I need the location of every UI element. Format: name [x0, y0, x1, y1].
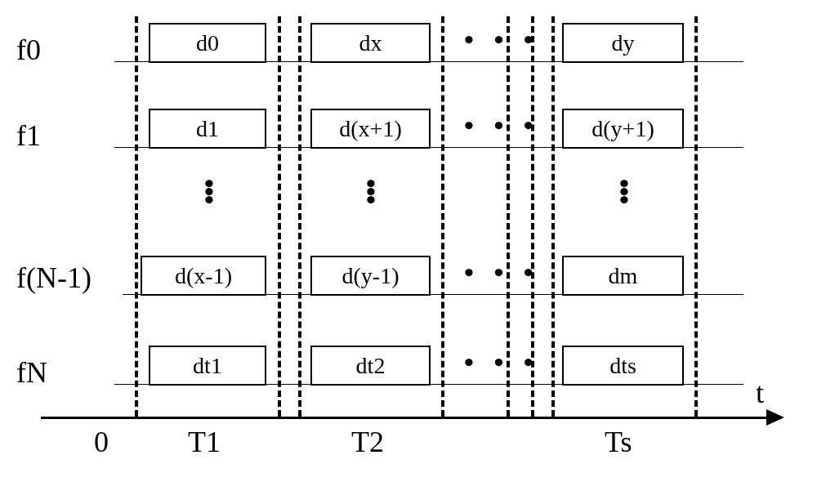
row-fNm1: f(N-1) d(x-1) d(y-1) • • • dm [16, 249, 801, 314]
ellipsis-h: • • • [464, 347, 540, 378]
ellipsis-v: ••• [366, 180, 376, 204]
row-label: fN [16, 355, 47, 390]
ellipsis-h: • • • [464, 110, 540, 141]
ellipsis-v: ••• [619, 180, 629, 204]
axis-tick: T2 [351, 425, 384, 459]
cell: dt1 [149, 346, 266, 386]
cell: dx [310, 23, 431, 63]
axis-arrowhead [766, 409, 784, 426]
axis-tick: T1 [188, 425, 221, 459]
ellipsis-v: ••• [204, 180, 214, 204]
cell: d(y-1) [310, 256, 431, 296]
cell: dy [562, 23, 684, 63]
cell: dts [562, 346, 684, 386]
axis-variable: t [756, 376, 764, 410]
row-f0: f0 d0 dx • • • dy [16, 16, 801, 82]
axis-tick: Ts [605, 425, 632, 459]
ellipsis-h: • • • [464, 25, 540, 56]
time-axis [41, 417, 768, 419]
cell: d(x+1) [310, 109, 431, 149]
cell: d(x-1) [141, 256, 266, 296]
row-fN: fN dt1 dt2 • • • dts [16, 339, 801, 404]
row-f1: f1 d1 d(x+1) • • • d(y+1) [16, 102, 801, 167]
diagram-container: f0 d0 dx • • • dy f1 d1 d(x+1) • • • d(y… [16, 16, 801, 490]
cell: dm [562, 256, 684, 296]
cell: d0 [149, 23, 266, 63]
cell: dt2 [310, 346, 431, 386]
ellipsis-h: • • • [464, 257, 540, 288]
cell: d(y+1) [562, 109, 684, 149]
cell: d1 [149, 109, 266, 149]
row-label: f(N-1) [16, 261, 92, 295]
row-label: f1 [16, 118, 41, 153]
axis-origin: 0 [94, 425, 109, 459]
row-label: f0 [16, 33, 41, 67]
